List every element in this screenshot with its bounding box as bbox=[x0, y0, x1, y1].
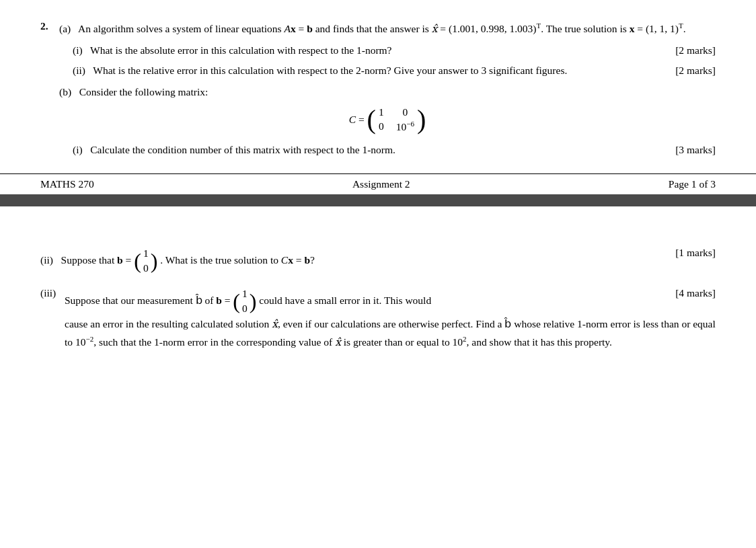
page-content: 2. (a) An algorithm solves a system of l… bbox=[0, 0, 756, 161]
vec-ii-left-bracket: ( bbox=[134, 250, 141, 272]
matrix-right-bracket: ) bbox=[417, 106, 426, 133]
matrix-r2c2: 10−6 bbox=[396, 120, 414, 133]
matrix-cells: 1 0 0 10−6 bbox=[379, 106, 414, 133]
sub-part-ii-content: (ii) Suppose that b = ( 1 0 ) . What is … bbox=[40, 247, 662, 275]
matrix-r1c2: 0 bbox=[396, 106, 414, 118]
sub-part-a-i-text: (i) What is the absolute error in this c… bbox=[73, 42, 662, 59]
part-ii-label: (ii) bbox=[40, 253, 53, 265]
sub-part-a-i-row: (i) What is the absolute error in this c… bbox=[73, 42, 716, 59]
inline-vec-ii: ( 1 0 ) bbox=[134, 247, 157, 275]
matrix-display: C = ( 1 0 0 10−6 ) bbox=[59, 106, 716, 133]
sub-parts-a: (i) What is the absolute error in this c… bbox=[59, 42, 716, 79]
sub-part-a-ii-row: (ii) What is the relative error in this … bbox=[73, 62, 716, 79]
sub-parts-b: (i) Calculate the condition number of th… bbox=[59, 141, 716, 159]
part-iii-content: Suppose that our measurement b̂ of b = (… bbox=[65, 287, 716, 351]
sub-part-a-ii: (ii) What is the relative error in this … bbox=[73, 62, 716, 79]
sub-part-b-i: (i) Calculate the condition number of th… bbox=[73, 141, 716, 159]
sub-part-iii-block: (iii) Suppose that our measurement b̂ of… bbox=[40, 287, 716, 351]
vec-ii-right-bracket: ) bbox=[151, 250, 158, 272]
question-number: 2. bbox=[40, 20, 59, 161]
vec-ii-2: 0 bbox=[143, 262, 149, 275]
page2-content: (ii) Suppose that b = ( 1 0 ) . What is … bbox=[0, 206, 756, 374]
vec-ii-1: 1 bbox=[143, 247, 149, 260]
part-b-intro: (b) Consider the following matrix: bbox=[59, 84, 716, 101]
part-iii-marks: [4 marks] bbox=[662, 287, 716, 299]
part-iii-label: (iii) bbox=[40, 287, 65, 351]
vec-iii-1: 1 bbox=[242, 287, 248, 301]
vec-iii-left-bracket: ( bbox=[233, 290, 240, 312]
sub-part-a-i-marks: [2 marks] bbox=[662, 42, 716, 59]
matrix-r1c1: 1 bbox=[379, 106, 384, 118]
matrix-left-bracket: ( bbox=[367, 106, 376, 133]
part-a: (a) An algorithm solves a system of line… bbox=[59, 20, 716, 79]
footer-center: Assignment 2 bbox=[352, 178, 410, 190]
sub-part-ii-block: (ii) Suppose that b = ( 1 0 ) . What is … bbox=[40, 247, 716, 275]
question-2: 2. (a) An algorithm solves a system of l… bbox=[40, 20, 716, 161]
matrix-equation: C = ( 1 0 0 10−6 ) bbox=[349, 106, 426, 133]
sub-part-a-i: (i) What is the absolute error in this c… bbox=[73, 42, 716, 59]
matrix-bracket-wrap: ( 1 0 0 10−6 ) bbox=[367, 106, 426, 133]
vec-iii-right-bracket: ) bbox=[250, 290, 257, 312]
footer-left: MATHS 270 bbox=[40, 178, 94, 190]
part-b: (b) Consider the following matrix: C = (… bbox=[59, 84, 716, 159]
sub-part-ii-marks: [1 marks] bbox=[662, 247, 716, 259]
vec-ii-cells: 1 0 bbox=[143, 247, 149, 275]
inline-vec-iii: ( 1 0 ) bbox=[233, 287, 256, 315]
footer-right: Page 1 of 3 bbox=[669, 178, 716, 190]
part-a-intro: (a) An algorithm solves a system of line… bbox=[59, 20, 716, 38]
sub-part-b-i-marks: [3 marks] bbox=[662, 141, 716, 159]
vec-iii-2: 0 bbox=[242, 302, 248, 315]
question-body: (a) An algorithm solves a system of line… bbox=[59, 20, 716, 161]
part-iii-text-block: Suppose that our measurement b̂ of b = (… bbox=[65, 287, 662, 315]
matrix-c-label: C bbox=[349, 114, 356, 126]
matrix-r2c1: 0 bbox=[379, 120, 384, 132]
vec-iii-cells: 1 0 bbox=[242, 287, 248, 315]
footer: MATHS 270 Assignment 2 Page 1 of 3 bbox=[0, 174, 756, 194]
sub-part-b-i-text: (i) Calculate the condition number of th… bbox=[73, 141, 395, 159]
dark-bar bbox=[0, 194, 756, 206]
part-iii-continuation: cause an error in the resulting calculat… bbox=[65, 315, 716, 350]
sub-part-a-ii-marks: [2 marks] bbox=[662, 62, 716, 79]
sub-part-a-ii-text: (ii) What is the relative error in this … bbox=[73, 62, 662, 79]
